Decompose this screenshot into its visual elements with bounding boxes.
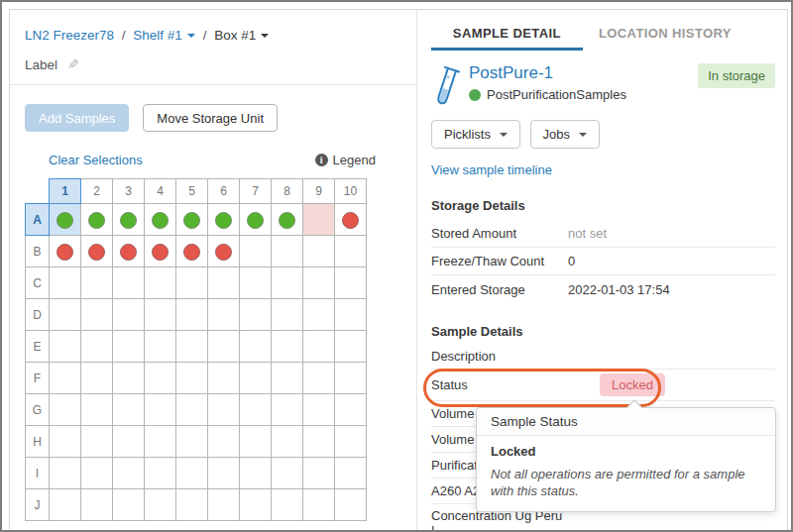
grid-cell-E9[interactable] (303, 331, 335, 363)
grid-cell-G7[interactable] (240, 394, 272, 426)
grid-cell-F10[interactable] (335, 363, 367, 394)
grid-cell-H8[interactable] (272, 426, 303, 458)
grid-cell-A2[interactable] (81, 204, 113, 236)
grid-cell-E3[interactable] (113, 331, 145, 363)
grid-cell-F9[interactable] (303, 363, 335, 394)
grid-cell-H3[interactable] (113, 426, 145, 458)
grid-column-header-10[interactable]: 10 (335, 179, 367, 204)
grid-cell-I7[interactable] (240, 458, 272, 489)
grid-cell-G3[interactable] (113, 394, 145, 426)
grid-cell-G8[interactable] (272, 394, 303, 426)
grid-cell-A7[interactable] (240, 204, 272, 236)
grid-cell-C7[interactable] (240, 267, 272, 299)
grid-column-header-2[interactable]: 2 (81, 179, 113, 204)
grid-row-header-D[interactable]: D (26, 299, 50, 331)
grid-cell-D8[interactable] (272, 299, 303, 331)
grid-cell-E4[interactable] (145, 331, 176, 363)
grid-cell-F2[interactable] (81, 363, 113, 394)
grid-cell-C1[interactable] (50, 267, 81, 299)
grid-cell-A10[interactable] (335, 204, 367, 236)
grid-cell-B1[interactable] (50, 236, 81, 267)
grid-cell-F3[interactable] (113, 363, 145, 394)
grid-row-header-F[interactable]: F (26, 363, 50, 394)
grid-cell-F6[interactable] (208, 363, 240, 394)
grid-cell-I3[interactable] (113, 458, 145, 489)
grid-row-header-E[interactable]: E (26, 331, 50, 363)
grid-cell-H7[interactable] (240, 426, 272, 458)
grid-cell-B8[interactable] (272, 236, 303, 267)
grid-cell-C3[interactable] (113, 267, 145, 299)
grid-cell-G4[interactable] (145, 394, 176, 426)
tab-sample-detail[interactable]: SAMPLE DETAIL (431, 26, 583, 51)
grid-column-header-7[interactable]: 7 (240, 179, 272, 204)
breadcrumb-shelf-dropdown[interactable]: Shelf #1 (133, 28, 195, 43)
grid-cell-B4[interactable] (145, 236, 176, 267)
grid-column-header-1[interactable]: 1 (50, 179, 81, 204)
grid-cell-C4[interactable] (145, 267, 176, 299)
grid-cell-A8[interactable] (272, 204, 303, 236)
grid-cell-J4[interactable] (145, 489, 176, 521)
grid-cell-A6[interactable] (208, 204, 240, 236)
grid-cell-F8[interactable] (272, 363, 303, 394)
grid-cell-J10[interactable] (335, 489, 367, 521)
grid-cell-E2[interactable] (81, 331, 113, 363)
grid-cell-G5[interactable] (176, 394, 208, 426)
legend-toggle[interactable]: i Legend (315, 153, 376, 167)
grid-cell-H1[interactable] (50, 426, 81, 458)
grid-cell-F1[interactable] (50, 363, 81, 394)
box-grid[interactable]: 12345678910ABCDEFGHIJ (25, 178, 367, 521)
grid-cell-B9[interactable] (303, 236, 335, 267)
grid-cell-I2[interactable] (81, 458, 113, 489)
grid-cell-J6[interactable] (208, 489, 240, 521)
move-storage-unit-button[interactable]: Move Storage Unit (143, 104, 278, 132)
grid-cell-D5[interactable] (176, 299, 208, 331)
grid-cell-I9[interactable] (303, 458, 335, 489)
grid-cell-C10[interactable] (335, 267, 367, 299)
picklists-dropdown-button[interactable]: Picklists (431, 120, 520, 149)
grid-cell-D6[interactable] (208, 299, 240, 331)
edit-pencil-icon[interactable]: ✎ (67, 56, 79, 72)
grid-cell-A9[interactable] (303, 204, 335, 236)
grid-cell-A5[interactable] (176, 204, 208, 236)
grid-cell-J5[interactable] (176, 489, 208, 521)
grid-row-header-H[interactable]: H (26, 426, 50, 458)
grid-cell-F4[interactable] (145, 363, 176, 394)
breadcrumb-freezer-link[interactable]: LN2 Freezer78 (25, 28, 114, 43)
grid-row-header-I[interactable]: I (26, 458, 50, 489)
grid-cell-C5[interactable] (176, 267, 208, 299)
grid-cell-C9[interactable] (303, 267, 335, 299)
grid-cell-C6[interactable] (208, 267, 240, 299)
grid-cell-G6[interactable] (208, 394, 240, 426)
clear-selections-link[interactable]: Clear Selections (49, 153, 143, 167)
grid-cell-J2[interactable] (81, 489, 113, 521)
grid-cell-B2[interactable] (81, 236, 113, 267)
grid-cell-J9[interactable] (303, 489, 335, 521)
grid-cell-D2[interactable] (81, 299, 113, 331)
grid-cell-E8[interactable] (272, 331, 303, 363)
grid-cell-J1[interactable] (50, 489, 81, 521)
grid-cell-C2[interactable] (81, 267, 113, 299)
grid-row-header-C[interactable]: C (26, 267, 50, 299)
grid-row-header-J[interactable]: J (26, 489, 50, 521)
grid-column-header-9[interactable]: 9 (303, 179, 335, 204)
grid-column-header-8[interactable]: 8 (272, 179, 303, 204)
grid-cell-J7[interactable] (240, 489, 272, 521)
grid-cell-F5[interactable] (176, 363, 208, 394)
grid-column-header-5[interactable]: 5 (176, 179, 208, 204)
grid-row-header-G[interactable]: G (26, 394, 50, 426)
grid-cell-I10[interactable] (335, 458, 367, 489)
grid-cell-B7[interactable] (240, 236, 272, 267)
grid-cell-H4[interactable] (145, 426, 176, 458)
grid-cell-I1[interactable] (50, 458, 81, 489)
tab-location-history[interactable]: LOCATION HISTORY (583, 26, 748, 51)
grid-cell-I6[interactable] (208, 458, 240, 489)
jobs-dropdown-button[interactable]: Jobs (530, 120, 600, 149)
grid-column-header-4[interactable]: 4 (145, 179, 176, 204)
grid-cell-B10[interactable] (335, 236, 367, 267)
grid-cell-A1[interactable] (50, 204, 81, 236)
view-sample-timeline-link[interactable]: View sample timeline (431, 162, 775, 177)
grid-column-header-6[interactable]: 6 (208, 179, 240, 204)
grid-cell-D9[interactable] (303, 299, 335, 331)
sample-name-link[interactable]: PostPure-1 (469, 63, 626, 83)
grid-cell-G9[interactable] (303, 394, 335, 426)
